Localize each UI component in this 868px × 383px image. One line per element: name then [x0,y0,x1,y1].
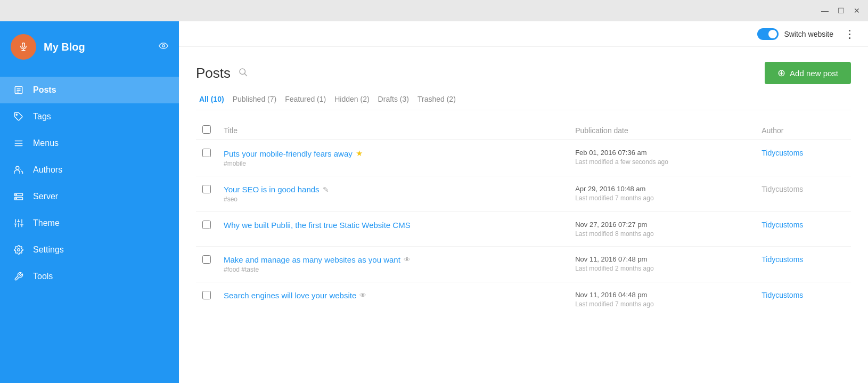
row-checkbox[interactable] [202,185,211,193]
toggle-thumb [768,30,777,38]
table-row: Why we built Publii, the first true Stat… [196,212,851,247]
last-modified: Last modified 7 months ago [575,194,749,202]
theme-icon [13,217,24,229]
post-date-cell: Feb 01, 2016 07:36 amLast modified a few… [569,140,755,176]
tags-icon [13,111,24,123]
post-tag: #mobile [224,160,562,167]
row-checkbox[interactable] [202,149,211,157]
sidebar-item-tags-label: Tags [33,112,51,121]
filter-featured[interactable]: Featured (1) [282,94,329,104]
close-button[interactable]: ✕ [852,6,862,15]
last-modified: Last modified a few seconds ago [575,158,749,166]
last-modified: Last modified 8 months ago [575,230,749,238]
post-title-link[interactable]: Search engines will love your website [224,291,356,300]
svg-point-12 [16,166,19,169]
filter-published[interactable]: Published (7) [230,94,280,104]
filter-trashed[interactable]: Trashed (2) [414,94,459,104]
table-header-row: Title Publication date Author [196,121,851,140]
switch-website-label: Switch website [784,30,833,38]
more-menu-icon[interactable]: ⋮ [844,28,855,40]
post-title-cell: Puts your mobile-friendly fears away★#mo… [217,140,569,176]
row-checkbox-cell [196,140,217,176]
select-all-col [196,121,217,140]
hidden-eye-icon: 👁 [404,256,411,264]
author-name[interactable]: Tidycustoms [761,149,803,157]
page-title: Posts [196,65,231,82]
post-tag: #food #taste [224,266,562,273]
svg-point-8 [16,114,17,115]
sidebar-item-tools-label: Tools [33,272,53,281]
svg-point-16 [16,198,17,199]
sidebar: My Blog Posts [0,21,179,383]
publication-date: Feb 01, 2016 07:36 am [575,149,749,157]
svg-point-26 [18,249,20,251]
post-title-link[interactable]: Puts your mobile-friendly fears away [224,149,353,158]
maximize-button[interactable]: ☐ [836,6,846,15]
sidebar-item-tools[interactable]: Tools [0,263,179,290]
filter-hidden[interactable]: Hidden (2) [331,94,372,104]
search-icon[interactable] [238,67,248,79]
svg-point-3 [162,44,165,47]
post-author-cell: Tidycustoms [755,212,851,247]
author-name[interactable]: Tidycustoms [761,221,803,229]
post-title-link[interactable]: Why we built Publii, the first true Stat… [224,221,411,230]
mic-icon [19,42,28,52]
post-title-link[interactable]: Your SEO is in good hands [224,185,320,194]
table-row: Your SEO is in good hands✎#seoApr 29, 20… [196,176,851,212]
posts-header: Posts ⊕ Add new post [196,62,851,84]
svg-point-15 [16,194,17,195]
post-date-cell: Apr 29, 2016 10:48 amLast modified 7 mon… [569,176,755,212]
post-date-cell: Nov 27, 2016 07:27 pmLast modified 8 mon… [569,212,755,247]
author-name: Tidycustoms [761,185,803,193]
author-name[interactable]: Tidycustoms [761,291,803,299]
row-checkbox[interactable] [202,255,211,264]
select-all-checkbox[interactable] [202,125,211,134]
row-checkbox-cell [196,176,217,212]
post-title-cell: Why we built Publii, the first true Stat… [217,212,569,247]
post-author-cell: Tidycustoms [755,140,851,176]
publication-date: Nov 27, 2016 07:27 pm [575,221,749,229]
avatar [11,34,36,60]
sidebar-item-posts[interactable]: Posts [0,77,179,103]
row-checkbox-cell [196,282,217,317]
filter-all[interactable]: All (10) [196,94,227,104]
filter-drafts[interactable]: Drafts (3) [375,94,412,104]
sidebar-item-settings[interactable]: Settings [0,237,179,263]
table-row: Make and manage as many websites as you … [196,247,851,282]
author-col-header: Author [755,121,851,140]
row-checkbox[interactable] [202,291,211,299]
blog-name: My Blog [44,41,151,53]
row-checkbox-cell [196,247,217,282]
toggle-track [757,28,779,40]
sidebar-item-theme-label: Theme [33,218,60,228]
main-content: Switch website ⋮ Posts ⊕ Add [179,21,868,383]
sidebar-item-server[interactable]: Server [0,183,179,210]
row-checkbox[interactable] [202,221,211,229]
post-title-cell: Make and manage as many websites as you … [217,247,569,282]
publication-date: Apr 29, 2016 10:48 am [575,185,749,193]
sidebar-header: My Blog [0,21,179,72]
add-new-post-label: Add new post [790,69,838,78]
sidebar-item-server-label: Server [33,192,58,201]
sidebar-item-menus[interactable]: Menus [0,130,179,157]
svg-line-28 [244,74,247,76]
post-title-link[interactable]: Make and manage as many websites as you … [224,255,400,264]
last-modified: Last modified 7 months ago [575,300,749,308]
menus-icon [13,137,24,149]
posts-title-row: Posts [196,65,248,82]
authors-icon [13,164,24,176]
minimize-button[interactable]: — [820,6,830,15]
sidebar-item-tags[interactable]: Tags [0,103,179,130]
add-new-post-button[interactable]: ⊕ Add new post [765,62,851,84]
post-tag: #seo [224,195,562,203]
post-date-cell: Nov 11, 2016 04:48 pmLast modified 7 mon… [569,282,755,317]
draft-edit-icon: ✎ [323,185,329,194]
title-col-header: Title [217,121,569,140]
publication-date: Nov 11, 2016 07:48 pm [575,255,749,263]
publication-date: Nov 11, 2016 04:48 pm [575,291,749,299]
author-name[interactable]: Tidycustoms [761,255,803,264]
sidebar-item-authors[interactable]: Authors [0,157,179,183]
sidebar-item-theme[interactable]: Theme [0,210,179,237]
preview-icon[interactable] [159,41,168,53]
switch-website-toggle[interactable]: Switch website [757,28,833,40]
